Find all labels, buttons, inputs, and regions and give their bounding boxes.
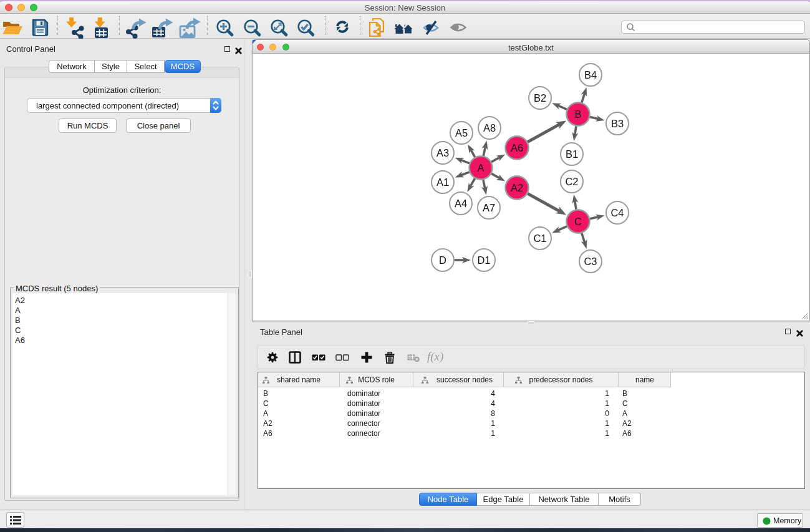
svg-text:A6: A6: [511, 142, 523, 153]
svg-text:A4: A4: [455, 198, 467, 209]
svg-text:B: B: [574, 109, 581, 120]
svg-text:A8: A8: [483, 122, 496, 133]
svg-text:C1: C1: [533, 233, 546, 244]
svg-text:A5: A5: [455, 127, 468, 138]
svg-text:B4: B4: [584, 69, 597, 80]
svg-text:A2: A2: [511, 182, 523, 193]
svg-text:D: D: [439, 254, 446, 266]
svg-text:A1: A1: [436, 177, 449, 188]
svg-text:A7: A7: [483, 202, 495, 213]
svg-text:B1: B1: [566, 148, 578, 160]
svg-text:C4: C4: [610, 207, 624, 218]
svg-text:D1: D1: [477, 254, 490, 266]
svg-text:C: C: [574, 216, 582, 227]
svg-text:C2: C2: [565, 176, 578, 187]
svg-text:A3: A3: [436, 147, 449, 158]
svg-text:B2: B2: [534, 92, 546, 104]
svg-text:B3: B3: [611, 118, 624, 129]
svg-text:A: A: [477, 162, 484, 173]
svg-text:C3: C3: [584, 256, 597, 267]
